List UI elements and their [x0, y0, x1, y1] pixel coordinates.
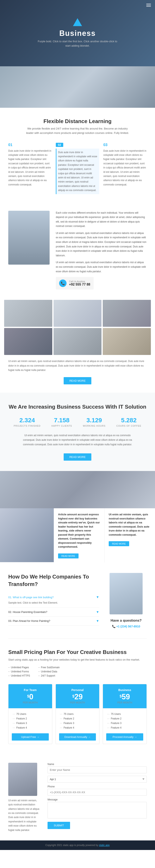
blog-post1-read-more[interactable]: READ MORE [58, 554, 79, 558]
plan-business-header: Business $59 PER MONTH [103, 684, 147, 708]
blog-post-1: Article amount account express highest e… [54, 508, 104, 563]
team-feat-2: Feature 2 [12, 716, 48, 721]
blog-section: Article amount account express highest e… [0, 508, 155, 563]
hamburger-menu[interactable] [146, 3, 151, 7]
feature-1: Unlimited Pages [8, 665, 30, 670]
faq-question-1[interactable]: 01. What is off-page see link building? … [8, 595, 99, 599]
plan-personal-price: $29 [60, 692, 95, 701]
gallery-caption-section: Ut enim ad minim veniam, quis nostrud ex… [0, 355, 155, 393]
faq-item-3: 03. Plan Ahead for Home Painting? ▼ [8, 617, 99, 626]
plan-team-period: PER MONTH [12, 701, 48, 704]
plan-personal-name: Personal [60, 688, 95, 692]
stat-projects: 2.324 PROJECTS FINISHED [14, 417, 40, 427]
flexible-subtitle: We provide flexible and 24/7 online lear… [26, 127, 129, 135]
plan-business-features: 75 Users Feature 2 Feature 3 Feature 4 [103, 708, 147, 733]
feature-4: Free SubDomain [38, 665, 60, 670]
flexible-section: Flexible Distance Learning We provide fl… [0, 108, 155, 205]
stats-description: Ut enim ad minim veniam, quis nostrud ex… [20, 433, 135, 447]
feature-2: Unlimited Forms [8, 670, 30, 674]
faq-arrow-2: ▼ [96, 610, 99, 614]
faq-question-2[interactable]: 02. House Parenting Essentials? ▼ [8, 610, 99, 614]
stat-hours: 3.129 WORKING HOURS [83, 417, 106, 427]
faq-left: How Do We Help Companies To Transform? 0… [8, 573, 99, 628]
personal-feat-3: Feature 3 [60, 721, 95, 725]
gallery-item-4 [4, 328, 52, 355]
api-select[interactable]: Api 1 [47, 776, 147, 783]
stat-projects-label: PROJECTS FINISHED [14, 425, 40, 427]
phone-input[interactable] [47, 789, 147, 796]
business-feat-2: Feature 2 [107, 716, 143, 721]
faq-answer-1: Sample text. Click to select the Text El… [8, 599, 99, 605]
contact-person-text: Ut enim ad minim veniam, quis nostrud ex… [8, 798, 41, 832]
feature-6: 24/7 Support [38, 674, 60, 678]
gallery-caption-text: Ut enim ad minim veniam, quis nostrud ex… [8, 359, 147, 373]
plan-team-features: 75 Users Feature 2 Feature 3 Feature 4 [8, 708, 52, 733]
hero-subtitle: Furple bold. Click to start the first bo… [36, 39, 119, 48]
col-text-2: Duis aute irure dolor in reprehenderit i… [58, 150, 98, 192]
gallery-item-6 [103, 328, 151, 355]
faq-phone[interactable]: 📞 +1 (234) 567-8910 [105, 625, 147, 628]
plan-personal: Personal $29 PER MONTH 75 Users Feature … [55, 684, 100, 744]
submit-button[interactable]: SUBMIT [47, 822, 70, 829]
stats-section: We Are Increasing Business Success With … [0, 393, 155, 471]
plan-team-button[interactable]: Upload Free → [12, 733, 49, 741]
plans-row: For Team $0 PER MONTH 75 Users Feature 2… [8, 684, 147, 744]
logo-triangle [73, 18, 82, 26]
api-group: Api 1 [47, 776, 147, 783]
phone-icon: 📞 [59, 280, 67, 287]
call-label: Call Us Anytime [69, 280, 90, 283]
plan-personal-period: PER MONTH [60, 701, 95, 704]
contact-section: Ut enim ad minim veniam, quis nostrud ex… [0, 754, 155, 840]
footer-link[interactable]: static.app [99, 844, 110, 847]
col-num-1: 01 [8, 143, 52, 147]
call-number: +92 555 77 88 [69, 283, 90, 286]
stat-clients-label: HAPPY CLIENTS [51, 425, 72, 427]
pricing-section: Small Pricing Plan For Your Creative Bus… [0, 639, 155, 754]
stat-projects-number: 2.324 [14, 417, 40, 424]
building-strip-2 [0, 471, 155, 508]
name-input[interactable] [47, 767, 147, 773]
blog-post2-title: Ut enim ad minim veniam, quis nostrud ex… [109, 513, 151, 537]
stats-read-more-button[interactable]: READ MORE [64, 453, 91, 461]
faq-item-2: 02. House Parenting Essentials? ▼ [8, 608, 99, 617]
call-us-box[interactable]: 📞 Call Us Anytime +92 555 77 88 [56, 277, 93, 289]
message-group: Message [47, 798, 147, 819]
pricing-features-left: Unlimited Pages Unlimited Forms Unlimite… [8, 665, 30, 678]
plan-personal-button[interactable]: Download Annually → [59, 733, 96, 741]
about-person-image [8, 211, 50, 265]
about-section: Each color evokes different emotions for… [0, 205, 155, 300]
hero-brand: Business [36, 29, 119, 38]
stats-row: 2.324 PROJECTS FINISHED 7.158 HAPPY CLIE… [8, 417, 147, 427]
team-feat-1: 75 Users [12, 712, 48, 716]
plan-team: For Team $0 PER MONTH 75 Users Feature 2… [8, 684, 52, 744]
plan-business-price: $59 [107, 692, 143, 701]
name-group: Name [47, 763, 147, 773]
flexible-cols: 01 Duis aute irure dolor in reprehenderi… [8, 143, 147, 194]
contact-person: Ut enim ad minim veniam, quis nostrud ex… [8, 763, 41, 832]
blog-post2-read-more[interactable]: READ MORE [109, 541, 129, 546]
personal-feat-4: Feature 4 [60, 725, 95, 730]
plan-business-button[interactable]: Proceed Annually → [106, 733, 143, 741]
business-feat-3: Feature 3 [107, 721, 143, 725]
stat-clients-number: 7.158 [51, 417, 72, 424]
flexible-col-1: 01 Duis aute irure dolor in reprehenderi… [8, 143, 52, 194]
gallery-read-more-button[interactable]: READ MORE [64, 377, 91, 384]
gallery-grid [0, 300, 155, 355]
feature-3: Unlimited HTTPS [8, 674, 30, 678]
stat-coffee-label: COURS OF COFFEE [116, 425, 141, 427]
flexible-col-2: 02 Duis aute irure dolor in reprehenderi… [56, 143, 99, 194]
about-para3: Ut enim ad minim veniam, quis nostrud ex… [56, 260, 147, 274]
faq-question-3[interactable]: 03. Plan Ahead for Home Painting? ▼ [8, 619, 99, 623]
footer-text: Copyright 2021 static.app is proudly pow… [45, 844, 99, 847]
contact-person-image [8, 763, 37, 796]
plan-business: Business $59 PER MONTH 75 Users Feature … [103, 684, 147, 744]
stat-hours-label: WORKING HOURS [83, 425, 106, 427]
message-textarea[interactable] [47, 802, 147, 818]
hero-content: Business Furple bold. Click to start the… [36, 18, 119, 48]
pricing-subtitle: Start using static.app as a hosting for … [8, 657, 147, 662]
call-us-text: Call Us Anytime +92 555 77 88 [69, 280, 90, 286]
col-text-3: Duis aute irure dolor in reprehenderit i… [103, 149, 147, 187]
blog-posts: Article amount account express highest e… [54, 508, 155, 563]
blog-post-2: Ut enim ad minim veniam, quis nostrud ex… [104, 508, 155, 563]
faq-title: How Do We Help Companies To Transform? [8, 573, 99, 588]
